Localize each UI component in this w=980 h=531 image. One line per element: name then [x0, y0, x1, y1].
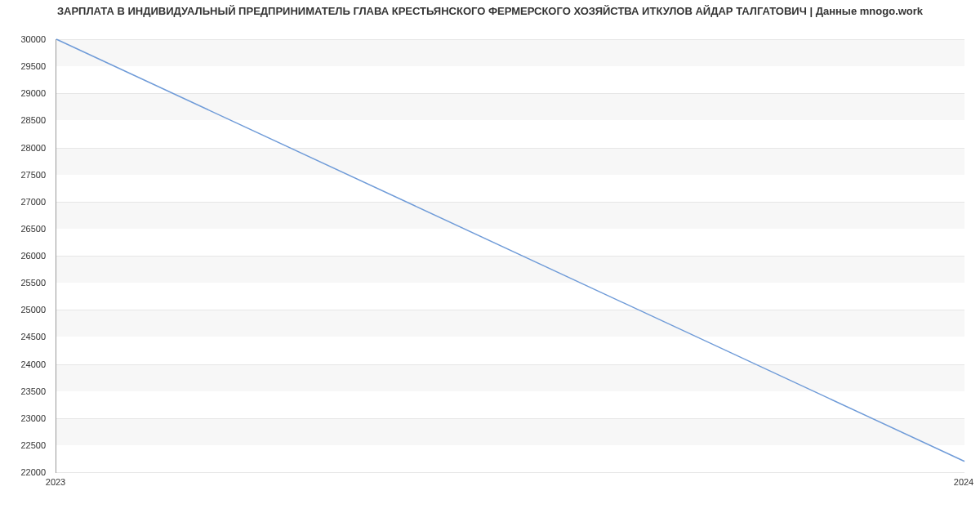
grid-line: [56, 472, 964, 473]
y-tick-label: 25500: [0, 278, 46, 288]
y-tick-label: 29000: [0, 88, 46, 98]
chart-title: ЗАРПЛАТА В ИНДИВИДУАЛЬНЫЙ ПРЕДПРИНИМАТЕЛ…: [0, 5, 980, 17]
y-tick-label: 27000: [0, 197, 46, 207]
y-tick-label: 30000: [0, 34, 46, 44]
chart-container: ЗАРПЛАТА В ИНДИВИДУАЛЬНЫЙ ПРЕДПРИНИМАТЕЛ…: [0, 0, 980, 506]
y-tick-label: 23000: [0, 413, 46, 423]
y-tick-label: 23500: [0, 386, 46, 396]
plot-area: [56, 39, 964, 473]
y-tick-label: 28500: [0, 115, 46, 125]
y-tick-label: 24500: [0, 332, 46, 341]
x-tick-label: 2023: [46, 477, 65, 487]
y-tick-label: 29500: [0, 61, 46, 71]
y-tick-label: 27500: [0, 170, 46, 180]
y-tick-label: 26000: [0, 251, 46, 261]
y-tick-label: 22000: [0, 467, 46, 477]
y-tick-label: 24000: [0, 359, 46, 369]
y-tick-label: 25000: [0, 305, 46, 315]
y-tick-label: 22500: [0, 440, 46, 450]
x-tick-label: 2024: [954, 477, 973, 487]
y-tick-label: 26500: [0, 224, 46, 234]
line-series: [56, 39, 964, 472]
y-tick-label: 28000: [0, 143, 46, 153]
